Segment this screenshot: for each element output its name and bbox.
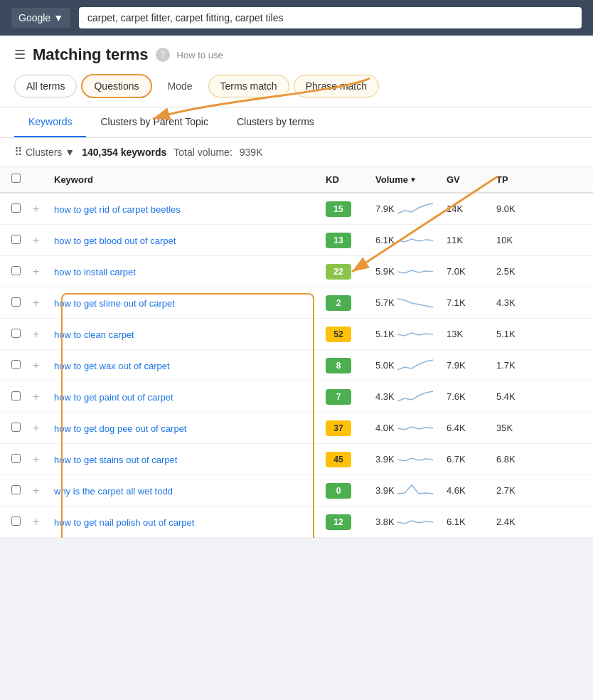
sub-tab-clusters-terms[interactable]: Clusters by terms [223,107,328,137]
keyword-link[interactable]: how to get rid of carpet beetles [54,204,181,215]
row-add[interactable]: + [33,203,54,216]
keyword-table: Keyword KD Volume ▼ GV TP + how to get r… [0,166,593,538]
add-button[interactable]: + [33,359,39,372]
kd-badge: 0 [326,483,351,499]
keyword-link[interactable]: how to get nail polish out of carpet [54,517,194,528]
volume-cell: 5.9K [375,266,395,277]
row-add[interactable]: + [33,453,54,466]
row-checkbox[interactable] [11,391,33,403]
select-all-checkbox[interactable] [11,174,21,183]
engine-selector[interactable]: Google ▼ [11,8,70,28]
table-row: + how to get wax out of carpet 8 5.0K 7.… [0,350,593,381]
keyword-link[interactable]: why is the carpet all wet todd [54,486,173,497]
table-row: + how to clean carpet 52 5.1K 13K 5.1K [0,319,593,350]
row-checkbox[interactable] [11,454,33,465]
keyword-link[interactable]: how to get wax out of carpet [54,361,170,371]
th-volume[interactable]: Volume ▼ [375,174,447,185]
tab-all-terms[interactable]: All terms [14,75,77,97]
sub-tab-clusters-parent[interactable]: Clusters by Parent Topic [86,107,222,137]
tp-cell: 5.4K [496,391,539,402]
row-add[interactable]: + [33,359,54,372]
table-row: + why is the carpet all wet todd 0 3.9K … [0,475,593,507]
keyword-link[interactable]: how to clean carpet [54,329,134,340]
kd-badge: 2 [326,295,351,311]
row-checkbox[interactable] [11,203,33,215]
row-add[interactable]: + [33,422,54,435]
tp-cell: 9.0K [496,203,539,214]
keyword-link[interactable]: how to get dog pee out of carpet [54,423,186,434]
kd-badge: 7 [326,389,351,405]
add-button[interactable]: + [33,453,39,466]
gv-cell: 7.9K [447,360,496,371]
kd-badge: 37 [326,420,351,436]
tab-terms-match[interactable]: Terms match [208,75,289,97]
gv-cell: 6.4K [447,423,496,433]
how-to-use-link[interactable]: How to use [177,50,223,60]
row-checkbox[interactable] [11,235,33,246]
row-checkbox[interactable] [11,297,33,309]
kd-badge: 52 [326,327,351,342]
sparkline-icon [397,450,437,469]
add-button[interactable]: + [33,516,39,529]
clusters-dropdown[interactable]: ⠿ Clusters ▼ [14,145,75,159]
tp-cell: 2.7K [496,485,539,496]
volume-cell: 5.1K [375,329,395,339]
row-add[interactable]: + [33,328,54,341]
gv-cell: 4.6K [447,485,496,496]
keyword-link[interactable]: how to get paint out of carpet [54,392,173,403]
table-row: + how to get paint out of carpet 7 4.3K … [0,381,593,413]
help-icon[interactable]: ? [156,48,170,62]
row-checkbox[interactable] [11,485,33,497]
gv-cell: 7.6K [447,391,496,402]
row-add[interactable]: + [33,265,54,278]
row-add[interactable]: + [33,297,54,309]
row-checkbox[interactable] [11,360,33,371]
sparkline-icon [397,418,437,438]
keyword-link[interactable]: how to get blood out of carpet [54,235,176,246]
keyword-link[interactable]: how to install carpet [54,267,136,277]
th-kd[interactable]: KD [326,174,375,185]
row-add[interactable]: + [33,484,54,497]
add-button[interactable]: + [33,328,39,341]
add-button[interactable]: + [33,391,39,403]
sub-tab-keywords[interactable]: Keywords [14,107,86,137]
engine-label: Google [18,12,50,23]
volume-cell: 4.3K [375,391,395,402]
row-add[interactable]: + [33,391,54,403]
sparkline-icon [397,199,437,218]
row-add[interactable]: + [33,516,54,529]
add-button[interactable]: + [33,203,39,216]
sparkline-icon [397,324,437,344]
tab-mode[interactable]: Mode [156,75,204,97]
top-bar: Google ▼ [0,0,593,36]
tab-questions[interactable]: Questions [81,74,151,98]
tp-cell: 10K [496,235,539,245]
row-checkbox[interactable] [11,516,33,528]
row-checkbox[interactable] [11,423,33,434]
menu-icon[interactable]: ☰ [14,47,26,63]
keyword-link[interactable]: how to get stains out of carpet [54,455,177,465]
add-button[interactable]: + [33,484,39,497]
search-input[interactable] [79,7,582,28]
keywords-count: 140,354 keywords [82,147,166,158]
table-header: Keyword KD Volume ▼ GV TP [0,166,593,193]
keyword-link[interactable]: how to get slime out of carpet [54,298,175,309]
volume-cell: 3.8K [375,516,395,527]
row-checkbox[interactable] [11,266,33,277]
gv-cell: 6.7K [447,454,496,465]
row-checkbox[interactable] [11,329,33,340]
tp-cell: 6.8K [496,454,539,465]
tp-cell: 2.4K [496,516,539,527]
add-button[interactable]: + [33,422,39,435]
total-volume-value: 939K [240,147,263,158]
total-volume-label: Total volume: [173,147,232,158]
add-button[interactable]: + [33,297,39,309]
add-button[interactable]: + [33,265,39,278]
th-gv: GV [447,174,496,185]
kd-badge: 15 [326,201,351,217]
sparkline-icon [397,387,437,406]
tab-phrase-match[interactable]: Phrase match [294,75,379,97]
add-button[interactable]: + [33,234,39,247]
page-wrapper: Google ▼ ☰ Matching terms ? How to use A… [0,0,593,538]
row-add[interactable]: + [33,234,54,247]
